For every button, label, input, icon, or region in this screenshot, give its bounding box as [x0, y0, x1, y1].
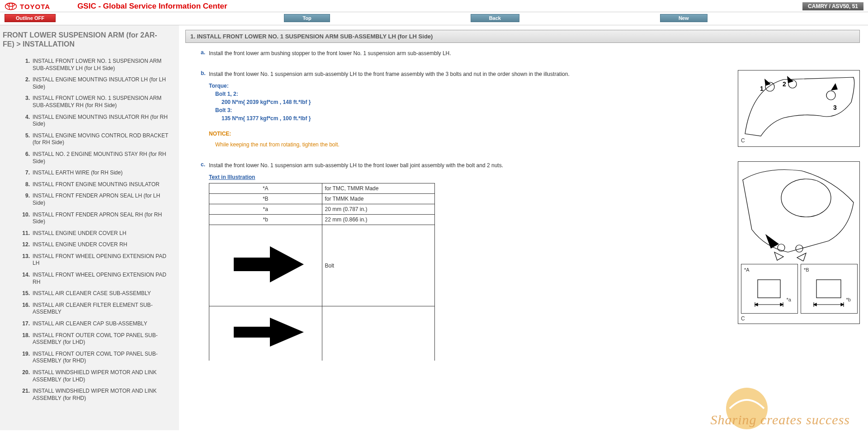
torque-label: Torque:	[209, 82, 729, 90]
toc-item[interactable]: 14.INSTALL FRONT WHEEL OPENING EXTENSION…	[19, 272, 172, 286]
app-header: TOYOTA GSIC - Global Service Information…	[0, 0, 868, 12]
toc-item[interactable]: 15.INSTALL AIR CLEANER CASE SUB-ASSEMBLY	[19, 290, 172, 297]
toc-num: 17.	[19, 320, 30, 328]
dimension-label: *a	[787, 296, 791, 304]
toc-item[interactable]: 16.INSTALL AIR CLEANER FILTER ELEMENT SU…	[19, 302, 172, 316]
svg-marker-14	[765, 234, 779, 249]
toc-item[interactable]: 17.INSTALL AIR CLEANER CAP SUB-ASSEMBLY	[19, 320, 172, 328]
toc-num: 9.	[19, 193, 30, 207]
table-key: *b	[209, 215, 322, 225]
svg-rect-23	[816, 280, 841, 298]
toc-text: INSTALL FRONT FENDER APRON SEAL RH (for …	[33, 211, 172, 225]
toc-text: INSTALL WINDSHIELD WIPER MOTOR AND LINK …	[33, 388, 172, 402]
toc-item[interactable]: 7.INSTALL EARTH WIRE (for RH Side)	[19, 169, 172, 177]
toc-text: INSTALL EARTH WIRE (for RH Side)	[33, 169, 123, 177]
toc-text: INSTALL FRONT OUTER COWL TOP PANEL SUB-A…	[33, 332, 172, 346]
toc-num: 12.	[19, 241, 30, 249]
svg-marker-27	[814, 303, 816, 306]
vehicle-badge: CAMRY / ASV50, 51	[802, 2, 863, 10]
toc-item[interactable]: 19.INSTALL FRONT OUTER COWL TOP PANEL SU…	[19, 351, 172, 365]
toc-item[interactable]: 2.INSTALL ENGINE MOUNTING INSULATOR LH (…	[19, 76, 172, 90]
table-key: *A	[209, 183, 322, 194]
toc-num: 18.	[19, 332, 30, 346]
toc-item[interactable]: 11.INSTALL ENGINE UNDER COVER LH	[19, 230, 172, 237]
toc-item[interactable]: 21.INSTALL WINDSHIELD WIPER MOTOR AND LI…	[19, 388, 172, 402]
svg-marker-9	[234, 246, 304, 282]
nav-button-row: Top Back New	[56, 14, 868, 22]
torque-bolt3-label: Bolt 3:	[209, 106, 729, 114]
step-a: a. Install the front lower arm bushing s…	[201, 49, 860, 57]
toc-text: INSTALL ENGINE UNDER COVER RH	[33, 241, 127, 249]
toc-item[interactable]: 1.INSTALL FRONT LOWER NO. 1 SUSPENSION A…	[19, 58, 172, 72]
step-b: b. Install the front lower No. 1 suspens…	[201, 70, 860, 149]
toc-text: INSTALL FRONT ENGINE MOUNTING INSULATOR	[33, 181, 160, 188]
toc-item[interactable]: 8.INSTALL FRONT ENGINE MOUNTING INSULATO…	[19, 181, 172, 188]
callout-3: 3	[833, 103, 837, 113]
sub-nav: Outline OFF Top Back New	[0, 12, 868, 25]
toc-item[interactable]: 12.INSTALL ENGINE UNDER COVER RH	[19, 241, 172, 249]
text-in-illustration-label: Text in Illustration	[209, 173, 729, 181]
table-icon-cell	[209, 225, 322, 306]
svg-marker-8	[831, 83, 838, 90]
toc-item[interactable]: 9.INSTALL FRONT FENDER APRON SEAL LH (fo…	[19, 193, 172, 207]
toc-num: 14.	[19, 272, 30, 286]
app-title: GSIC - Global Service Information Center	[77, 2, 227, 11]
toc-num: 4.	[19, 114, 30, 128]
toc-item[interactable]: 18.INSTALL FRONT OUTER COWL TOP PANEL SU…	[19, 332, 172, 346]
svg-marker-28	[841, 303, 844, 306]
notice-text: While keeping the nut from rotating, tig…	[209, 141, 729, 149]
step-body: Install the front lower arm bushing stop…	[209, 49, 860, 57]
toc-num: 20.	[19, 369, 30, 383]
step-body: Install the front lower No. 1 suspension…	[209, 70, 860, 149]
step-text: Install the front lower No. 1 suspension…	[209, 71, 570, 77]
torque-bolt12-value: 200 N*m{ 2039 kgf*cm , 148 ft.*lbf }	[209, 98, 729, 106]
outline-sidebar[interactable]: FRONT LOWER SUSPENSION ARM (for 2AR-FE) …	[0, 25, 179, 430]
torque-bolt3-value: 135 N*m{ 1377 kgf*cm , 100 ft.*lbf }	[209, 114, 729, 122]
step-letter: c.	[201, 161, 209, 361]
toc-text: INSTALL ENGINE MOVING CONTROL ROD BRACKE…	[33, 132, 172, 146]
toc-num: 6.	[19, 151, 30, 165]
toc-text: INSTALL FRONT LOWER NO. 1 SUSPENSION ARM…	[33, 58, 172, 72]
page-title: FRONT LOWER SUSPENSION ARM (for 2AR-FE) …	[1, 31, 172, 58]
toc-num: 11.	[19, 230, 30, 237]
step-c: c. Install the front lower No. 1 suspens…	[201, 161, 860, 361]
top-button[interactable]: Top	[284, 14, 330, 22]
toc-item[interactable]: 10.INSTALL FRONT FENDER APRON SEAL RH (f…	[19, 211, 172, 225]
new-button[interactable]: New	[660, 14, 708, 22]
illus-label: C	[741, 315, 745, 323]
toc-text: INSTALL AIR CLEANER CAP SUB-ASSEMBLY	[33, 320, 147, 328]
svg-marker-15	[774, 252, 783, 260]
back-button[interactable]: Back	[471, 14, 519, 22]
toc-num: 10.	[19, 211, 30, 225]
content-area[interactable]: 1. INSTALL FRONT LOWER NO. 1 SUSPENSION …	[179, 25, 868, 430]
toc-item[interactable]: 4.INSTALL ENGINE MOUNTING INSULATOR RH (…	[19, 114, 172, 128]
nut-arrow-icon	[225, 314, 306, 350]
svg-marker-22	[780, 303, 783, 306]
section-header: 1. INSTALL FRONT LOWER NO. 1 SUSPENSION …	[185, 30, 860, 43]
svg-point-13	[781, 179, 831, 217]
toc-text: INSTALL AIR CLEANER FILTER ELEMENT SUB-A…	[33, 302, 172, 316]
toc-item[interactable]: 5.INSTALL ENGINE MOVING CONTROL ROD BRAC…	[19, 132, 172, 146]
detail-box-b: *B *b	[801, 264, 858, 314]
toc-item[interactable]: 3.INSTALL FRONT LOWER NO. 1 SUSPENSION A…	[19, 95, 172, 109]
toc-item[interactable]: 20.INSTALL WINDSHIELD WIPER MOTOR AND LI…	[19, 369, 172, 383]
detail-box-a: *A *a	[741, 264, 798, 314]
svg-point-2	[7, 3, 15, 6]
main-layout: FRONT LOWER SUSPENSION ARM (for 2AR-FE) …	[0, 25, 868, 430]
toc-num: 5.	[19, 132, 30, 146]
toc-text: INSTALL ENGINE MOUNTING INSULATOR RH (fo…	[33, 114, 172, 128]
toc-item[interactable]: 6.INSTALL NO. 2 ENGINE MOUNTING STAY RH …	[19, 151, 172, 165]
outline-toggle-button[interactable]: Outline OFF	[5, 14, 56, 22]
step-text: Install the front lower No. 1 suspension…	[209, 162, 503, 169]
toc-text: INSTALL FRONT OUTER COWL TOP PANEL SUB-A…	[33, 351, 172, 365]
svg-marker-21	[755, 303, 758, 306]
step-letter: b.	[201, 70, 209, 149]
svg-marker-7	[787, 76, 793, 83]
table-value: 22 mm (0.866 in.)	[322, 215, 435, 225]
bolt-head-b-icon	[801, 264, 858, 314]
toc-text: INSTALL ENGINE MOUNTING INSULATOR LH (fo…	[33, 76, 172, 90]
toc-item[interactable]: 13.INSTALL FRONT WHEEL OPENING EXTENSION…	[19, 253, 172, 267]
table-key: *a	[209, 204, 322, 215]
callout-1: 1	[760, 84, 764, 94]
bolt-head-a-icon	[741, 264, 798, 314]
